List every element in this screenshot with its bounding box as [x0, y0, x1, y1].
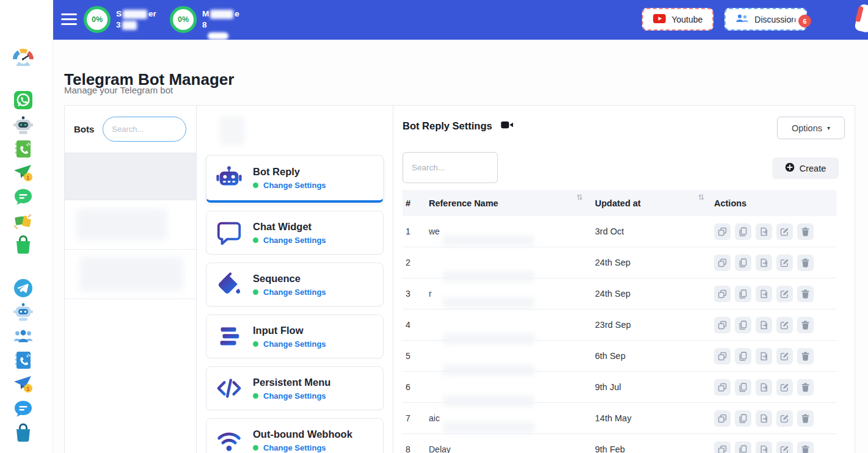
blur-artifact	[208, 32, 228, 40]
create-button[interactable]: Create	[772, 158, 839, 179]
edit-action-button[interactable]	[776, 255, 793, 271]
export-action-button[interactable]	[756, 317, 772, 333]
table-row: 224th Sep	[403, 247, 836, 278]
table-row: 56th Sep	[403, 341, 836, 372]
duplicate-action-button[interactable]	[735, 379, 751, 396]
video-tutorial-icon[interactable]	[501, 120, 514, 132]
edit-action-button[interactable]	[776, 223, 793, 240]
row-actions	[711, 317, 836, 333]
edit-action-button[interactable]	[776, 441, 793, 453]
options-button[interactable]: Options ▾	[777, 117, 845, 139]
col-header-updated[interactable]: Updated at	[592, 198, 711, 208]
edit-action-button[interactable]	[776, 379, 793, 396]
edit-action-button[interactable]	[776, 348, 793, 364]
telegram-broadcast-icon[interactable]: 1	[12, 373, 34, 395]
edit-icon	[779, 320, 790, 330]
duplicate-action-button[interactable]	[735, 255, 751, 271]
youtube-button[interactable]: Youtube	[642, 8, 713, 31]
whatsapp-sms-icon[interactable]	[12, 186, 34, 208]
delete-action-button[interactable]	[797, 223, 814, 240]
whatsapp-icon[interactable]	[12, 89, 34, 111]
copy-action-button[interactable]	[714, 317, 731, 333]
reference-name-cell: r	[426, 289, 592, 299]
setting-card-input-flow[interactable]: Input FlowChange Settings	[206, 314, 384, 358]
delete-icon	[800, 289, 811, 299]
col-header-name[interactable]: Reference Name	[426, 198, 592, 208]
edit-action-button[interactable]	[776, 286, 793, 302]
change-settings-link[interactable]: Change Settings	[263, 236, 326, 245]
bots-panel: Bots	[65, 106, 197, 453]
copy-action-button[interactable]	[714, 255, 731, 271]
whatsapp-store-icon[interactable]	[12, 234, 34, 256]
setting-card-persistent-menu[interactable]: Persistent MenuChange Settings	[206, 366, 384, 410]
whatsapp-contacts-icon[interactable]	[12, 138, 34, 160]
setting-card-chat-widget[interactable]: Chat WidgetChange Settings	[206, 211, 384, 255]
integration-icon[interactable]	[12, 210, 34, 232]
table-row: 1we3rd Oct	[403, 216, 836, 247]
notification-bell-icon[interactable]: 6	[791, 11, 809, 29]
copy-action-button[interactable]	[714, 441, 731, 453]
copy-action-button[interactable]	[714, 223, 731, 240]
delete-action-button[interactable]	[797, 410, 814, 427]
hamburger-menu-icon[interactable]	[61, 13, 77, 26]
row-actions	[711, 410, 836, 427]
row-number: 2	[403, 258, 426, 267]
copy-action-button[interactable]	[714, 379, 731, 396]
telegram-contacts-icon[interactable]	[12, 349, 34, 371]
copy-action-button[interactable]	[714, 410, 731, 427]
copy-action-button[interactable]	[714, 286, 731, 302]
duplicate-action-button[interactable]	[735, 441, 751, 453]
delete-action-button[interactable]	[797, 348, 814, 364]
delete-action-button[interactable]	[797, 441, 814, 453]
export-action-button[interactable]	[756, 223, 772, 240]
telegram-chat-icon[interactable]	[12, 398, 34, 420]
export-action-button[interactable]	[756, 348, 772, 364]
change-settings-link[interactable]: Change Settings	[263, 443, 326, 452]
duplicate-action-button[interactable]	[735, 348, 751, 364]
delete-action-button[interactable]	[797, 379, 814, 396]
change-settings-link[interactable]: Change Settings	[263, 288, 326, 297]
bots-search-input[interactable]	[103, 117, 186, 142]
setting-card-bot-reply[interactable]: Bot ReplyChange Settings	[206, 155, 384, 203]
edit-action-button[interactable]	[776, 317, 793, 333]
table-search-input[interactable]	[403, 152, 498, 183]
setting-card-out-bound-webhook[interactable]: Out-bound WebhookChange Settings	[206, 418, 384, 453]
table-row: 69th Jul	[403, 372, 836, 403]
bot-list-item[interactable]	[65, 200, 196, 250]
change-settings-link[interactable]: Change Settings	[263, 391, 326, 400]
bot-list-item-selected[interactable]	[65, 153, 196, 200]
copy-icon	[717, 413, 728, 424]
duplicate-action-button[interactable]	[735, 223, 751, 240]
sort-icon[interactable]	[576, 193, 583, 203]
export-action-button[interactable]	[756, 255, 772, 271]
export-action-button[interactable]	[756, 379, 772, 396]
setting-card-sequence[interactable]: SequenceChange Settings	[206, 263, 384, 306]
delete-action-button[interactable]	[797, 286, 814, 302]
telegram-icon[interactable]	[12, 277, 34, 299]
export-action-button[interactable]	[756, 410, 772, 427]
duplicate-icon	[738, 413, 748, 424]
duplicate-icon	[738, 351, 748, 361]
change-settings-link[interactable]: Change Settings	[263, 339, 326, 349]
change-settings-link[interactable]: Change Settings	[263, 181, 326, 190]
duplicate-action-button[interactable]	[735, 317, 751, 333]
whatsapp-bot-icon[interactable]	[12, 114, 34, 136]
copy-action-button[interactable]	[714, 348, 731, 364]
export-action-button[interactable]	[756, 286, 772, 302]
whatsapp-broadcast-icon[interactable]: 1	[12, 162, 34, 184]
telegram-group-icon[interactable]	[12, 325, 34, 347]
delete-action-button[interactable]	[797, 317, 814, 333]
sort-icon[interactable]	[698, 193, 705, 203]
telegram-store-icon[interactable]	[12, 422, 34, 444]
export-action-button[interactable]	[756, 441, 772, 453]
duplicate-action-button[interactable]	[735, 286, 751, 302]
updated-at-cell: 3rd Oct	[592, 227, 711, 236]
bot-list-item[interactable]	[65, 250, 196, 299]
delete-action-button[interactable]	[797, 255, 814, 271]
updated-at-cell: 9th Jul	[592, 382, 711, 392]
copy-icon	[717, 258, 728, 268]
edit-action-button[interactable]	[776, 410, 793, 427]
duplicate-action-button[interactable]	[735, 410, 751, 427]
dashboard-gauge-icon[interactable]	[12, 48, 34, 70]
telegram-bot-icon[interactable]	[12, 301, 34, 323]
